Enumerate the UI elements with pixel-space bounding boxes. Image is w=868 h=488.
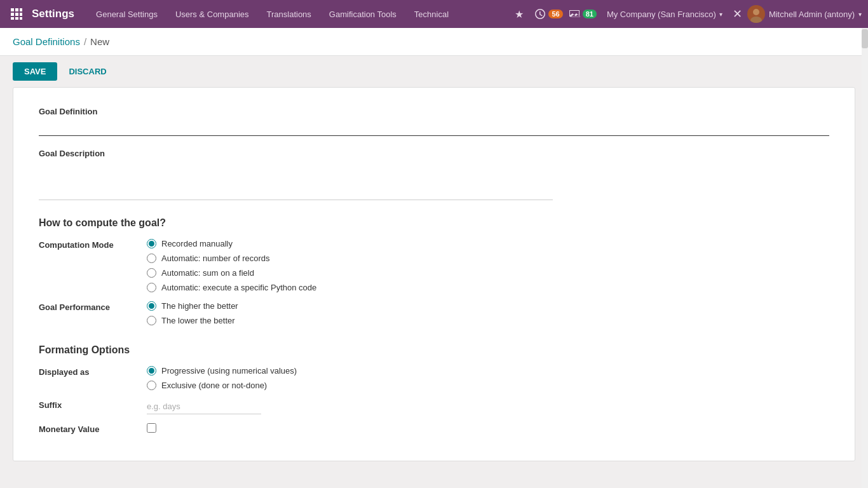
svg-rect-5 — [20, 13, 22, 16]
radio-auto-count-input[interactable] — [147, 254, 156, 263]
company-selector[interactable]: My Company (San Francisco) ▾ — [602, 10, 728, 19]
top-navigation: Settings General Settings Users & Compan… — [0, 0, 868, 28]
goal-performance-label: Goal Performance — [39, 301, 147, 312]
nav-users-companies[interactable]: Users & Companies — [166, 0, 258, 28]
suffix-label: Suffix — [39, 399, 147, 410]
save-button[interactable]: SAVE — [13, 62, 57, 81]
radio-higher-input[interactable] — [147, 301, 156, 311]
close-icon[interactable]: ✕ — [733, 7, 742, 21]
radio-auto-sum-input[interactable] — [147, 268, 156, 278]
computation-mode-label: Computation Mode — [39, 239, 147, 250]
grid-menu-icon[interactable] — [6, 4, 27, 24]
updates-badge: 56 — [548, 10, 562, 18]
radio-auto-sum-label: Automatic: sum on a field — [161, 268, 254, 278]
displayed-as-label: Displayed as — [39, 366, 147, 377]
star-icon[interactable]: ★ — [510, 4, 529, 24]
company-name: My Company (San Francisco) — [607, 10, 716, 19]
page-wrapper: Goal Definitions / New SAVE DISCARD Goal… — [0, 28, 868, 488]
radio-higher-label: The higher the better — [161, 301, 238, 311]
radio-higher[interactable]: The higher the better — [147, 301, 238, 311]
svg-rect-7 — [15, 17, 18, 20]
goal-description-group: Goal Description — [39, 149, 829, 202]
monetary-value-row: Monetary Value — [39, 423, 829, 434]
computation-mode-group: Recorded manually Automatic: number of r… — [147, 239, 316, 292]
svg-rect-1 — [15, 8, 18, 11]
radio-progressive-label: Progressive (using numerical values) — [161, 366, 297, 376]
breadcrumb-current: New — [90, 36, 109, 47]
radio-progressive-input[interactable] — [147, 366, 156, 376]
user-menu[interactable]: Mitchell Admin (antony) ▾ — [747, 5, 862, 23]
svg-rect-2 — [20, 8, 22, 11]
company-chevron-icon: ▾ — [719, 11, 722, 18]
form-card: Goal Definition Goal Description How to … — [13, 87, 855, 461]
monetary-value-label: Monetary Value — [39, 423, 147, 434]
goal-definition-group: Goal Definition — [39, 107, 829, 136]
monetary-value-checkbox[interactable] — [147, 423, 156, 433]
radio-auto-python[interactable]: Automatic: execute a specific Python cod… — [147, 283, 316, 292]
updates-button[interactable]: 56 — [534, 8, 562, 20]
radio-exclusive-label: Exclusive (done or not-done) — [161, 381, 267, 390]
radio-auto-count-label: Automatic: number of records — [161, 254, 270, 263]
displayed-as-group: Progressive (using numerical values) Exc… — [147, 366, 297, 390]
user-chevron-icon: ▾ — [858, 11, 862, 18]
radio-exclusive[interactable]: Exclusive (done or not-done) — [147, 381, 297, 390]
goal-performance-row: Goal Performance The higher the better T… — [39, 301, 829, 325]
goal-definition-label: Goal Definition — [39, 107, 829, 116]
suffix-input[interactable] — [147, 399, 261, 414]
radio-manual-input[interactable] — [147, 239, 156, 248]
discard-button[interactable]: DISCARD — [62, 62, 112, 81]
nav-translations[interactable]: Translations — [258, 0, 320, 28]
radio-lower[interactable]: The lower the better — [147, 316, 238, 325]
goal-description-input[interactable] — [39, 162, 553, 200]
section-formatting-title: Formating Options — [39, 344, 829, 356]
radio-progressive[interactable]: Progressive (using numerical values) — [147, 366, 297, 376]
svg-rect-3 — [11, 13, 14, 16]
scrollbar-track[interactable] — [862, 28, 868, 488]
computation-mode-row: Computation Mode Recorded manually Autom… — [39, 239, 829, 292]
breadcrumb-parent[interactable]: Goal Definitions — [13, 36, 80, 47]
displayed-as-row: Displayed as Progressive (using numerica… — [39, 366, 829, 390]
messages-button[interactable]: 81 — [568, 8, 597, 20]
svg-point-9 — [753, 9, 759, 15]
radio-manual-label: Recorded manually — [161, 239, 233, 248]
section-compute-title: How to compute the goal? — [39, 217, 829, 229]
radio-auto-python-input[interactable] — [147, 283, 156, 292]
radio-lower-input[interactable] — [147, 316, 156, 325]
suffix-row: Suffix — [39, 399, 829, 414]
radio-exclusive-input[interactable] — [147, 381, 156, 390]
avatar — [747, 5, 765, 23]
radio-manual[interactable]: Recorded manually — [147, 239, 316, 248]
svg-rect-6 — [11, 17, 14, 20]
nav-general-settings[interactable]: General Settings — [87, 0, 166, 28]
monetary-value-checkbox-wrapper — [147, 423, 156, 433]
nav-technical[interactable]: Technical — [405, 0, 458, 28]
breadcrumb-separator: / — [84, 36, 86, 47]
action-bar: SAVE DISCARD — [0, 56, 868, 87]
breadcrumb: Goal Definitions / New — [13, 36, 109, 47]
breadcrumb-bar: Goal Definitions / New — [0, 28, 868, 56]
goal-definition-input[interactable] — [39, 120, 829, 136]
nav-menu: General Settings Users & Companies Trans… — [87, 0, 507, 28]
scrollbar-thumb[interactable] — [862, 29, 868, 48]
user-name: Mitchell Admin (antony) — [769, 10, 855, 19]
radio-lower-label: The lower the better — [161, 316, 235, 325]
messages-badge: 81 — [583, 10, 597, 18]
svg-rect-0 — [11, 8, 14, 11]
radio-auto-sum[interactable]: Automatic: sum on a field — [147, 268, 316, 278]
goal-performance-group: The higher the better The lower the bett… — [147, 301, 238, 325]
svg-point-10 — [750, 17, 762, 23]
svg-rect-8 — [20, 17, 22, 20]
radio-auto-count[interactable]: Automatic: number of records — [147, 254, 316, 263]
topnav-right: ★ 56 81 My Company (San Francisco) ▾ ✕ — [510, 4, 862, 24]
radio-auto-python-label: Automatic: execute a specific Python cod… — [161, 283, 316, 292]
nav-gamification-tools[interactable]: Gamification Tools — [320, 0, 405, 28]
goal-description-label: Goal Description — [39, 149, 829, 158]
app-title: Settings — [32, 8, 74, 20]
svg-rect-4 — [15, 13, 18, 16]
main-content: Goal Definition Goal Description How to … — [0, 87, 868, 474]
